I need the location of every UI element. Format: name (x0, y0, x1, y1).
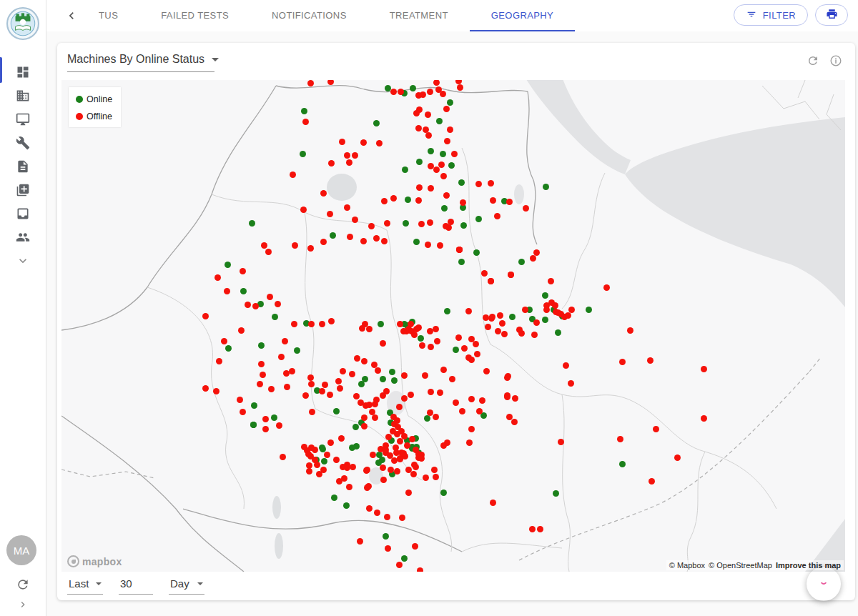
machine-dot-offline[interactable] (344, 465, 350, 471)
machine-dot-offline[interactable] (508, 272, 514, 278)
machine-dot-offline[interactable] (319, 388, 325, 394)
machine-dot-offline[interactable] (428, 163, 434, 169)
machine-dot-offline[interactable] (497, 312, 503, 319)
machine-dot-offline[interactable] (291, 321, 297, 327)
machine-dot-online[interactable] (319, 444, 325, 451)
machine-dot-online[interactable] (586, 307, 592, 313)
machine-dot-offline[interactable] (252, 303, 259, 309)
machine-dot-offline[interactable] (305, 451, 312, 457)
machine-dot-offline[interactable] (237, 397, 243, 403)
machine-dot-online[interactable] (321, 458, 327, 465)
machine-dot-offline[interactable] (364, 485, 370, 491)
machine-dot-offline[interactable] (347, 234, 353, 240)
machine-dot-online[interactable] (518, 259, 525, 265)
machine-dot-online[interactable] (441, 205, 448, 212)
machine-dot-offline[interactable] (278, 354, 285, 360)
machine-dot-offline[interactable] (433, 167, 440, 173)
machine-dot-offline[interactable] (380, 477, 387, 483)
machine-dot-offline[interactable] (344, 204, 350, 211)
machine-dot-offline[interactable] (383, 388, 390, 394)
machine-dot-offline[interactable] (416, 184, 423, 191)
osm-attribution-link[interactable]: © OpenStreetMap (709, 561, 772, 570)
chevron-left-icon[interactable] (64, 9, 79, 23)
machine-dot-offline[interactable] (396, 404, 403, 410)
machine-dot-online[interactable] (405, 197, 411, 203)
machine-dot-offline[interactable] (394, 468, 400, 475)
machines-icon[interactable] (0, 107, 46, 131)
machine-dot-offline[interactable] (309, 409, 315, 415)
machine-dot-offline[interactable] (701, 415, 707, 422)
machine-dot-offline[interactable] (401, 372, 408, 379)
machine-dot-offline[interactable] (307, 80, 314, 86)
machine-dot-offline[interactable] (276, 422, 282, 429)
machine-dot-offline[interactable] (506, 414, 513, 420)
machine-dot-offline[interactable] (485, 324, 491, 330)
machine-dot-offline[interactable] (349, 371, 355, 377)
machine-dot-offline[interactable] (333, 457, 340, 463)
machine-dot-offline[interactable] (410, 471, 417, 477)
machine-dot-online[interactable] (389, 369, 395, 375)
machine-dot-offline[interactable] (267, 294, 273, 300)
machine-dot-online[interactable] (543, 184, 549, 190)
machine-dot-offline[interactable] (409, 436, 415, 442)
machine-dot-offline[interactable] (399, 515, 405, 521)
machine-dot-offline[interactable] (449, 376, 455, 382)
machine-dot-offline[interactable] (238, 327, 245, 334)
machine-dot-offline[interactable] (489, 314, 495, 320)
machine-dot-offline[interactable] (427, 219, 433, 226)
machine-dot-offline[interactable] (384, 220, 390, 227)
machine-dot-offline[interactable] (427, 89, 433, 95)
machine-dot-offline[interactable] (221, 338, 227, 344)
machine-dot-offline[interactable] (533, 319, 540, 326)
machine-dot-offline[interactable] (418, 455, 425, 462)
refresh-icon[interactable] (16, 577, 30, 592)
machine-dot-online[interactable] (362, 376, 368, 382)
machine-dot-offline[interactable] (483, 314, 489, 321)
maintenance-icon[interactable] (0, 131, 46, 154)
machine-dot-offline[interactable] (523, 205, 529, 212)
machine-dot-offline[interactable] (380, 465, 386, 471)
machine-dot-offline[interactable] (400, 450, 407, 457)
machine-dot-online[interactable] (331, 495, 337, 501)
machine-dot-offline[interactable] (468, 396, 475, 402)
filter-button[interactable]: FILTER (734, 4, 808, 26)
machine-dot-online[interactable] (440, 151, 446, 157)
machine-dot-offline[interactable] (451, 151, 458, 157)
machine-dot-online[interactable] (424, 415, 430, 422)
machine-dot-online[interactable] (542, 292, 548, 299)
machine-dot-offline[interactable] (307, 374, 314, 381)
machine-dot-offline[interactable] (268, 386, 275, 392)
machine-dot-offline[interactable] (319, 321, 325, 327)
machine-dot-offline[interactable] (312, 457, 318, 463)
machine-dot-online[interactable] (330, 232, 336, 239)
machine-dot-online[interactable] (553, 490, 559, 497)
machine-dot-offline[interactable] (213, 388, 220, 394)
avatar[interactable]: MA (6, 535, 36, 565)
machine-dot-offline[interactable] (427, 409, 433, 416)
machine-dot-offline[interactable] (301, 444, 307, 450)
machine-dot-online[interactable] (402, 167, 408, 173)
machine-dot-offline[interactable] (328, 318, 335, 324)
chevron-right-icon[interactable] (17, 599, 29, 610)
machine-dot-online[interactable] (555, 329, 561, 336)
tab-failed-tests[interactable]: FAILED TESTS (139, 0, 250, 31)
range-type-select[interactable]: Last (67, 576, 103, 595)
machine-dot-online[interactable] (225, 262, 231, 268)
machine-dot-offline[interactable] (370, 452, 376, 458)
machine-dot-online[interactable] (378, 321, 384, 327)
machine-dot-offline[interactable] (481, 270, 488, 277)
machine-dot-offline[interactable] (674, 454, 681, 461)
machine-dot-offline[interactable] (346, 484, 352, 490)
machine-dot-offline[interactable] (422, 372, 428, 379)
machine-dot-offline[interactable] (372, 414, 378, 421)
machine-dot-offline[interactable] (375, 367, 381, 374)
machine-dot-offline[interactable] (440, 173, 447, 179)
machine-dot-online[interactable] (333, 408, 340, 414)
machine-dot-offline[interactable] (443, 223, 449, 229)
machine-dot-offline[interactable] (465, 308, 472, 314)
machine-dot-offline[interactable] (479, 397, 485, 404)
machine-dot-offline[interactable] (437, 242, 443, 249)
machine-dot-offline[interactable] (357, 538, 363, 545)
machine-dot-online[interactable] (271, 414, 277, 421)
machine-dot-online[interactable] (373, 120, 380, 126)
